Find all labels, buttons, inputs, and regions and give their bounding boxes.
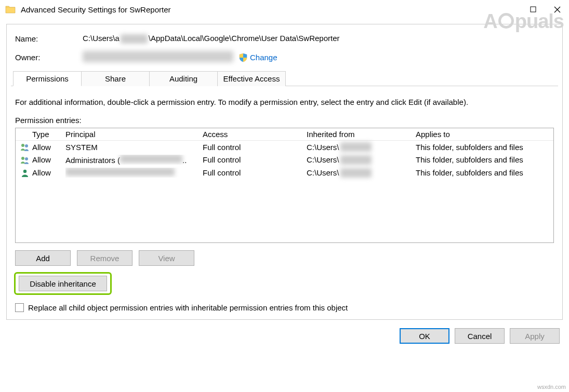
replace-child-row: Replace all child object permission entr…	[15, 303, 558, 312]
maximize-button[interactable]	[521, 2, 545, 17]
entry-type: Allow	[32, 143, 65, 152]
apply-button[interactable]: Apply	[510, 328, 560, 344]
group-icon	[18, 143, 32, 151]
tab-share[interactable]: Share	[81, 71, 150, 86]
entry-principal	[65, 168, 203, 178]
entry-access: Full control	[203, 155, 307, 164]
entries-label: Permission entries:	[15, 116, 554, 125]
col-inherited[interactable]: Inherited from	[307, 130, 416, 139]
entry-principal: SYSTEM	[65, 143, 203, 152]
window-title: Advanced Security Settings for SwReporte…	[21, 5, 521, 14]
add-button[interactable]: Add	[15, 250, 71, 266]
svg-point-4	[25, 157, 28, 160]
entry-buttons: Add Remove View	[15, 250, 554, 266]
group-icon	[18, 156, 32, 164]
col-principal[interactable]: Principal	[65, 130, 203, 139]
redacted-text	[121, 34, 148, 44]
svg-point-5	[23, 169, 27, 172]
entry-applies: This folder, subfolders and files	[416, 143, 553, 152]
watermark-text: wsxdn.com	[537, 384, 566, 390]
highlight-annotation: Disable inheritance	[14, 272, 112, 295]
main-panel: Name: C:\Users\a\AppData\Local\Google\Ch…	[6, 24, 563, 320]
redacted-text	[340, 168, 372, 178]
name-value: C:\Users\a\AppData\Local\Google\Chrome\U…	[83, 34, 556, 44]
view-button[interactable]: View	[139, 250, 194, 266]
permission-entry[interactable]: Allow SYSTEM Full control C:\Users\ This…	[16, 141, 553, 153]
ok-button[interactable]: OK	[400, 328, 449, 344]
svg-point-3	[21, 157, 24, 160]
entry-access: Full control	[203, 143, 307, 152]
name-label: Name:	[15, 34, 83, 43]
entry-applies: This folder, subfolders and files	[416, 168, 553, 177]
entry-applies: This folder, subfolders and files	[416, 155, 553, 164]
replace-child-label: Replace all child object permission entr…	[28, 303, 348, 312]
name-row: Name: C:\Users\a\AppData\Local\Google\Ch…	[15, 34, 556, 44]
tab-effective-access[interactable]: Effective Access	[217, 71, 286, 86]
col-applies[interactable]: Applies to	[416, 130, 553, 139]
entries-header[interactable]: Type Principal Access Inherited from App…	[16, 128, 553, 141]
uac-shield-icon	[239, 53, 248, 62]
close-button[interactable]	[545, 2, 569, 17]
entry-type: Allow	[32, 155, 65, 164]
tab-auditing[interactable]: Auditing	[149, 71, 218, 86]
cancel-button[interactable]: Cancel	[455, 328, 505, 344]
permission-entry[interactable]: Allow Full control C:\Users\ This folder…	[16, 166, 553, 179]
redacted-text	[340, 155, 372, 165]
entry-type: Allow	[32, 168, 65, 177]
replace-child-checkbox[interactable]	[15, 303, 24, 312]
redacted-text	[65, 168, 175, 176]
change-owner-link[interactable]: Change	[250, 53, 277, 62]
col-access[interactable]: Access	[203, 130, 307, 139]
entry-inherited: C:\Users\	[307, 142, 416, 152]
col-type[interactable]: Type	[32, 130, 65, 139]
permission-entries-list[interactable]: Type Principal Access Inherited from App…	[15, 128, 554, 243]
owner-row: Owner: Change	[15, 51, 556, 64]
entry-principal: Administrators (..	[65, 155, 203, 165]
titlebar: Advanced Security Settings for SwReporte…	[0, 0, 569, 19]
redacted-text	[120, 155, 182, 163]
permission-entry[interactable]: Allow Administrators (.. Full control C:…	[16, 153, 553, 166]
owner-label: Owner:	[15, 53, 83, 62]
tab-bar: Permissions Share Auditing Effective Acc…	[13, 71, 558, 86]
svg-rect-0	[531, 7, 536, 12]
svg-point-1	[21, 144, 24, 147]
instruction-text: For additional information, double-click…	[15, 98, 554, 106]
entry-access: Full control	[203, 168, 307, 177]
redacted-text	[83, 51, 233, 62]
folder-icon	[5, 4, 16, 15]
dialog-footer: OK Cancel Apply	[0, 324, 569, 344]
entry-inherited: C:\Users\	[307, 168, 416, 178]
disable-inheritance-button[interactable]: Disable inheritance	[19, 276, 107, 291]
user-icon	[18, 169, 32, 177]
owner-value	[83, 51, 239, 64]
tab-permissions[interactable]: Permissions	[13, 71, 82, 86]
remove-button[interactable]: Remove	[77, 250, 133, 266]
entry-inherited: C:\Users\	[307, 155, 416, 165]
redacted-text	[340, 142, 372, 152]
svg-point-2	[25, 144, 28, 147]
